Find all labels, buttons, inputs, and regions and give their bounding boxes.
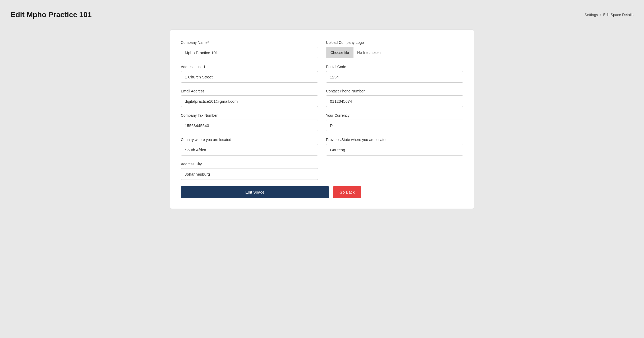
file-name-display: No file chosen <box>353 50 463 55</box>
province-label: Province/State where you are located <box>326 138 463 142</box>
page-title: Edit Mpho Practice 101 <box>11 11 92 19</box>
phone-label: Contact Phone Number <box>326 89 463 93</box>
email-group: Email Address <box>181 89 318 107</box>
form-card: Company Name* Upload Company Logo Choose… <box>170 30 474 209</box>
row-address-postal: Address Line 1 Postal Code <box>181 65 463 83</box>
breadcrumb-settings[interactable]: Settings <box>585 13 598 17</box>
country-group: Country where you are located <box>181 138 318 156</box>
phone-group: Contact Phone Number <box>326 89 463 107</box>
tax-number-input[interactable] <box>181 120 318 131</box>
postal-code-input[interactable] <box>326 71 463 83</box>
breadcrumb: Settings / Edit Space Details <box>585 13 633 17</box>
page-header: Edit Mpho Practice 101 Settings / Edit S… <box>11 11 633 19</box>
upload-logo-group: Upload Company Logo Choose file No file … <box>326 40 463 58</box>
file-input-wrapper: Choose file No file chosen <box>326 47 463 58</box>
address-line1-input[interactable] <box>181 71 318 83</box>
postal-code-label: Postal Code <box>326 65 463 69</box>
row-tax-currency: Company Tax Number Your Currency <box>181 113 463 131</box>
email-input[interactable] <box>181 95 318 107</box>
city-input[interactable] <box>181 168 318 180</box>
company-name-input[interactable] <box>181 47 318 58</box>
city-group: Address City <box>181 162 318 180</box>
row-country-province: Country where you are located Province/S… <box>181 138 463 156</box>
company-name-group: Company Name* <box>181 40 318 58</box>
email-label: Email Address <box>181 89 318 93</box>
tax-number-label: Company Tax Number <box>181 113 318 118</box>
company-name-label: Company Name* <box>181 40 318 45</box>
breadcrumb-separator: / <box>600 13 601 17</box>
city-label: Address City <box>181 162 318 166</box>
go-back-button[interactable]: Go Back <box>333 186 361 198</box>
choose-file-button[interactable]: Choose file <box>326 47 353 58</box>
row-city: Address City <box>181 162 463 180</box>
address-line1-label: Address Line 1 <box>181 65 318 69</box>
address-line1-group: Address Line 1 <box>181 65 318 83</box>
postal-code-group: Postal Code <box>326 65 463 83</box>
currency-input[interactable] <box>326 120 463 131</box>
phone-input[interactable] <box>326 95 463 107</box>
row-email-phone: Email Address Contact Phone Number <box>181 89 463 107</box>
country-label: Country where you are located <box>181 138 318 142</box>
province-group: Province/State where you are located <box>326 138 463 156</box>
province-input[interactable] <box>326 144 463 156</box>
country-input[interactable] <box>181 144 318 156</box>
tax-number-group: Company Tax Number <box>181 113 318 131</box>
currency-label: Your Currency <box>326 113 463 118</box>
row-company-logo: Company Name* Upload Company Logo Choose… <box>181 40 463 58</box>
breadcrumb-current: Edit Space Details <box>603 13 633 17</box>
form-actions: Edit Space Go Back <box>181 186 463 198</box>
upload-logo-label: Upload Company Logo <box>326 40 463 45</box>
edit-space-button[interactable]: Edit Space <box>181 186 329 198</box>
currency-group: Your Currency <box>326 113 463 131</box>
